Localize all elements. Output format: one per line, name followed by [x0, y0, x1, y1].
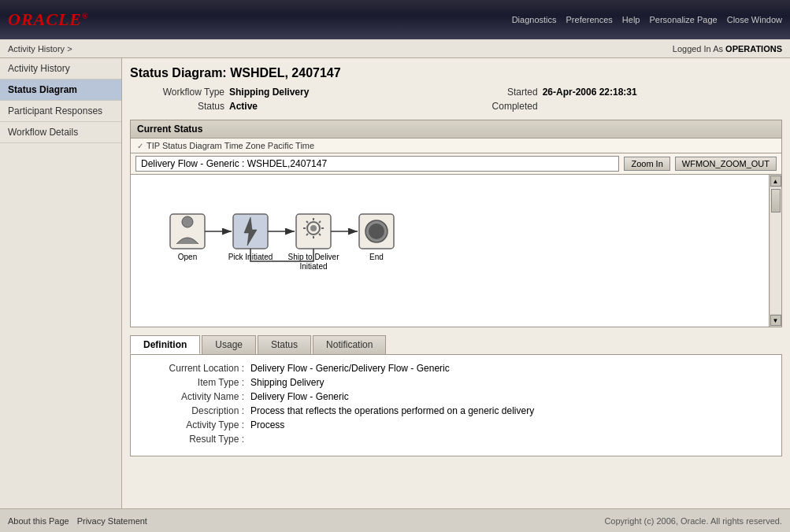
current-status-header: Current Status	[130, 120, 782, 138]
tabs-container: Definition Usage Status Notification Cur…	[130, 335, 782, 456]
node-ship-to-deliver[interactable]: Ship to Deliver Initiated	[287, 214, 339, 271]
close-window-link[interactable]: Close Window	[727, 15, 782, 24]
privacy-statement-link[interactable]: Privacy Statement	[77, 516, 147, 526]
breadcrumb: Activity History >	[8, 44, 72, 54]
svg-point-25	[369, 224, 384, 239]
diagnostics-link[interactable]: Diagnostics	[512, 15, 557, 24]
tabs-bar: Definition Usage Status Notification	[130, 335, 782, 354]
tab-content: Current Location : Delivery Flow - Gener…	[130, 354, 782, 456]
main-layout: Activity History Status Diagram Particip…	[0, 58, 790, 508]
diagram-scrollbar: ▲ ▼	[769, 175, 781, 327]
svg-line-16	[306, 221, 308, 223]
tab-usage[interactable]: Usage	[202, 335, 256, 354]
svg-text:Initiated: Initiated	[299, 262, 327, 271]
top-bar: Activity History > Logged In As OPERATIO…	[0, 39, 790, 58]
workflow-started-label: Started	[459, 87, 538, 98]
diagram-title-box: Delivery Flow - Generic : WSHDEL,2407147	[135, 156, 619, 172]
scroll-up-arrow[interactable]: ▲	[770, 175, 781, 187]
workflow-status-label: Status	[130, 101, 224, 112]
content-area: Status Diagram: WSHDEL, 2407147 Workflow…	[122, 58, 790, 508]
detail-row-item-type: Item Type : Shipping Delivery	[142, 377, 770, 388]
scroll-track	[770, 187, 781, 314]
logged-in-label: Logged In As	[673, 44, 723, 54]
diagram-toolbar: Delivery Flow - Generic : WSHDEL,2407147…	[130, 153, 782, 174]
workflow-started-value: 26-Apr-2006 22:18:31	[543, 87, 782, 98]
detail-row-current-location: Current Location : Delivery Flow - Gener…	[142, 363, 770, 374]
detail-row-activity-type: Activity Type : Process	[142, 419, 770, 430]
logged-in-user: OPERATIONS	[725, 44, 782, 54]
svg-point-11	[310, 225, 317, 231]
workflow-info: Workflow Type Shipping Delivery Started …	[130, 87, 782, 112]
workflow-completed-label: Completed	[459, 101, 538, 112]
sidebar-item-activity-history[interactable]: Activity History	[0, 58, 121, 79]
sidebar-item-participant-responses[interactable]: Participant Responses	[0, 101, 121, 122]
sidebar-item-workflow-details[interactable]: Workflow Details	[0, 122, 121, 143]
oracle-logo-text: ORACLE	[8, 9, 82, 29]
tab-status[interactable]: Status	[258, 335, 311, 354]
personalize-page-link[interactable]: Personalize Page	[649, 15, 717, 24]
diagram-area: Open Pick Initiated	[130, 174, 782, 327]
svg-line-17	[319, 234, 321, 235]
workflow-diagram: Open Pick Initiated	[139, 190, 532, 316]
tip-bar: ✓ TIP Status Diagram Time Zone Pacific T…	[130, 138, 782, 153]
svg-text:End: End	[369, 253, 384, 261]
node-end[interactable]: End	[359, 214, 394, 261]
tab-notification[interactable]: Notification	[313, 335, 386, 354]
page-title: Status Diagram: WSHDEL, 2407147	[130, 66, 782, 80]
tab-definition[interactable]: Definition	[130, 335, 200, 354]
workflow-status-value: Active	[229, 101, 454, 112]
workflow-type-label: Workflow Type	[130, 87, 224, 98]
sidebar: Activity History Status Diagram Particip…	[0, 58, 122, 508]
help-link[interactable]: Help	[622, 15, 640, 24]
sidebar-item-status-diagram[interactable]: Status Diagram	[0, 79, 121, 101]
scroll-thumb[interactable]	[771, 189, 781, 212]
svg-point-2	[182, 216, 193, 227]
oracle-logo: ORACLE®	[8, 9, 89, 30]
about-page-link[interactable]: About this Page	[8, 516, 69, 526]
footer-copyright: Copyright (c) 2006, Oracle. All rights r…	[604, 516, 782, 526]
svg-line-18	[319, 221, 321, 223]
svg-line-19	[306, 234, 308, 235]
workflow-type-value: Shipping Delivery	[229, 87, 454, 98]
footer-left: About this Page Privacy Statement	[8, 516, 147, 526]
scroll-down-arrow[interactable]: ▼	[770, 315, 781, 326]
tip-text: TIP Status Diagram Time Zone Pacific Tim…	[147, 141, 314, 150]
detail-row-result-type: Result Type :	[142, 434, 770, 445]
workflow-completed-value	[543, 101, 782, 112]
logged-in-info: Logged In As OPERATIONS	[673, 44, 782, 54]
header: ORACLE® Diagnostics Preferences Help Per…	[0, 0, 790, 39]
tip-icon: ✓	[137, 142, 143, 150]
footer: About this Page Privacy Statement Copyri…	[0, 508, 790, 532]
preferences-link[interactable]: Preferences	[566, 15, 613, 24]
node-open[interactable]: Open	[170, 214, 205, 261]
zoom-out-button[interactable]: WFMON_ZOOM_OUT	[675, 157, 777, 171]
svg-text:Open: Open	[178, 253, 197, 261]
zoom-in-button[interactable]: Zoom In	[624, 157, 669, 171]
detail-row-activity-name: Activity Name : Delivery Flow - Generic	[142, 391, 770, 402]
header-nav: Diagnostics Preferences Help Personalize…	[512, 15, 782, 24]
detail-row-description: Description : Process that reflects the …	[142, 405, 770, 416]
